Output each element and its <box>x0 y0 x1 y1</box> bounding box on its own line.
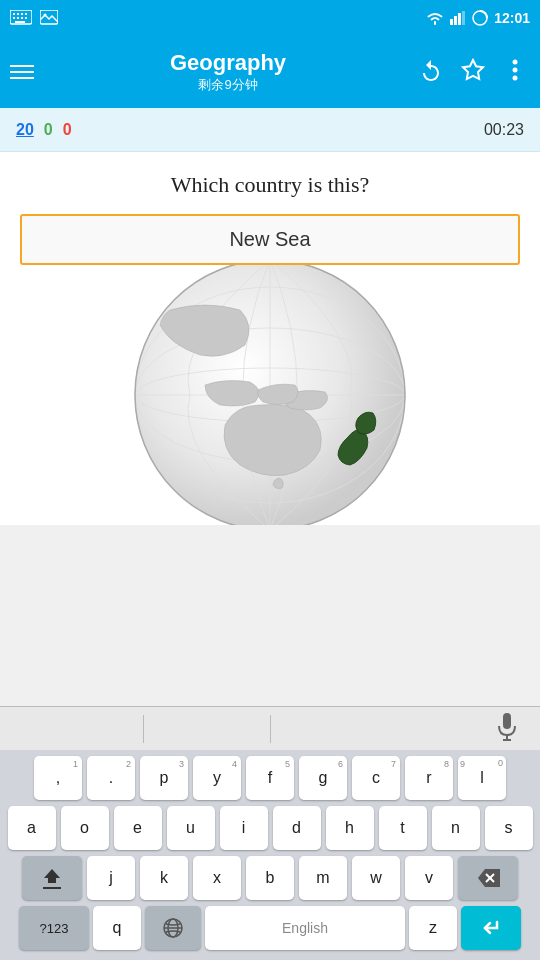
data-icon <box>472 10 488 26</box>
more-button[interactable] <box>500 58 530 87</box>
key-g[interactable]: 6g <box>299 756 347 800</box>
key-f[interactable]: 5f <box>246 756 294 800</box>
globe-svg <box>110 265 430 525</box>
key-i[interactable]: i <box>220 806 268 850</box>
divider-left <box>270 715 271 743</box>
key-a[interactable]: a <box>8 806 56 850</box>
svg-point-19 <box>513 67 518 72</box>
menu-line-3 <box>10 77 34 79</box>
wifi-icon <box>426 11 444 25</box>
key-period[interactable]: 2. <box>87 756 135 800</box>
score-wrong: 0 <box>63 121 72 139</box>
app-title: Geography <box>170 50 286 76</box>
key-w[interactable]: w <box>352 856 400 900</box>
shift-key[interactable] <box>22 856 82 900</box>
key-z[interactable]: z <box>409 906 457 950</box>
backspace-key[interactable] <box>458 856 518 900</box>
app-bar: Geography 剩余9分钟 <box>0 36 540 108</box>
key-row-4: ?123 q English z <box>2 906 538 950</box>
key-d[interactable]: d <box>273 806 321 850</box>
key-o[interactable]: o <box>61 806 109 850</box>
time-display: 12:01 <box>494 10 530 26</box>
globe-area <box>0 265 540 525</box>
score-counts: 20 0 0 <box>16 121 72 139</box>
question-text: Which country is this? <box>171 172 370 198</box>
svg-rect-1 <box>13 13 15 15</box>
key-h[interactable]: h <box>326 806 374 850</box>
svg-point-20 <box>513 75 518 80</box>
menu-line-2 <box>10 71 34 73</box>
key-m[interactable]: m <box>299 856 347 900</box>
key-q[interactable]: q <box>93 906 141 950</box>
score-correct: 0 <box>44 121 53 139</box>
num-sym-key[interactable]: ?123 <box>19 906 89 950</box>
keyboard: 1, 2. 3p 4y 5f 6g 7c 8r 9 l 0 a o e u i … <box>0 706 540 960</box>
globe-key[interactable] <box>145 906 201 950</box>
key-comma[interactable]: 1, <box>34 756 82 800</box>
svg-rect-6 <box>17 17 19 19</box>
key-t[interactable]: t <box>379 806 427 850</box>
question-area: Which country is this? <box>0 152 540 265</box>
app-title-group: Geography 剩余9分钟 <box>50 50 406 94</box>
svg-rect-14 <box>458 13 461 25</box>
key-b[interactable]: b <box>246 856 294 900</box>
svg-rect-13 <box>454 16 457 25</box>
key-s[interactable]: s <box>485 806 533 850</box>
key-v[interactable]: v <box>405 856 453 900</box>
key-p[interactable]: 3p <box>140 756 188 800</box>
key-l[interactable]: 9 l 0 <box>458 756 506 800</box>
svg-rect-3 <box>21 13 23 15</box>
image-icon <box>40 10 58 26</box>
answer-input[interactable] <box>20 214 520 265</box>
svg-marker-17 <box>463 60 483 79</box>
key-r[interactable]: 8r <box>405 756 453 800</box>
keyboard-suggestion-bar <box>0 706 540 750</box>
key-row-3: j k x b m w v <box>2 856 538 900</box>
svg-rect-4 <box>25 13 27 15</box>
svg-rect-5 <box>13 17 15 19</box>
star-button[interactable] <box>458 58 488 87</box>
status-bar-right: 12:01 <box>426 10 530 26</box>
key-e[interactable]: e <box>114 806 162 850</box>
app-subtitle: 剩余9分钟 <box>198 76 257 94</box>
svg-rect-29 <box>503 713 511 729</box>
key-c[interactable]: 7c <box>352 756 400 800</box>
timer-display: 00:23 <box>484 121 524 139</box>
svg-marker-32 <box>44 869 60 883</box>
divider-right <box>143 715 144 743</box>
keyboard-icon <box>10 10 32 26</box>
key-j[interactable]: j <box>87 856 135 900</box>
key-row-1: 1, 2. 3p 4y 5f 6g 7c 8r 9 l 0 <box>2 756 538 800</box>
enter-key[interactable] <box>461 906 521 950</box>
status-bar-left <box>10 10 58 26</box>
status-bar: 12:01 <box>0 0 540 36</box>
key-x[interactable]: x <box>193 856 241 900</box>
key-u[interactable]: u <box>167 806 215 850</box>
svg-rect-2 <box>17 13 19 15</box>
svg-rect-7 <box>21 17 23 19</box>
svg-rect-8 <box>25 17 27 19</box>
svg-rect-12 <box>450 19 453 25</box>
key-n[interactable]: n <box>432 806 480 850</box>
svg-rect-15 <box>462 11 465 25</box>
mic-button[interactable] <box>496 713 518 745</box>
svg-rect-9 <box>15 21 25 23</box>
keyboard-rows: 1, 2. 3p 4y 5f 6g 7c 8r 9 l 0 a o e u i … <box>0 750 540 960</box>
score-total[interactable]: 20 <box>16 121 34 139</box>
svg-point-18 <box>513 59 518 64</box>
app-bar-actions <box>416 58 530 87</box>
undo-button[interactable] <box>416 58 446 87</box>
menu-line-1 <box>10 65 34 67</box>
menu-button[interactable] <box>10 65 40 79</box>
key-row-2: a o e u i d h t n s <box>2 806 538 850</box>
signal-icon <box>450 11 466 25</box>
space-key[interactable]: English <box>205 906 405 950</box>
key-k[interactable]: k <box>140 856 188 900</box>
score-bar: 20 0 0 00:23 <box>0 108 540 152</box>
key-y[interactable]: 4y <box>193 756 241 800</box>
